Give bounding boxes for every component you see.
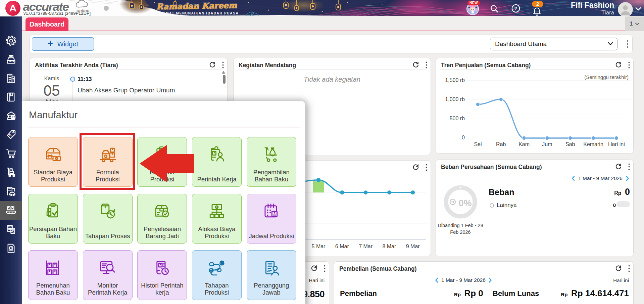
annotation-arrow [138,143,195,186]
tile-standar-biaya-produksi[interactable]: RPStandar Biaya Produksi [28,137,78,187]
banner-underline [0,16,644,16]
route-gear-icon [192,258,241,277]
svg-text:TAX: TAX [8,226,12,228]
tab-page-selector[interactable]: 1 [625,16,644,31]
toolbar-kebab-icon[interactable] [627,40,629,50]
brand-online-label: online [77,8,89,13]
monitor-magnifier-icon [83,258,132,277]
scrollbar-thumb[interactable] [223,75,226,84]
tile-persiapan-bahan-baku[interactable]: Persiapan Bahan Baku [28,194,78,244]
refresh-icon[interactable] [615,163,622,171]
sidebar-item-reports[interactable] [0,239,22,258]
accurate-logo-icon[interactable]: A [5,1,20,16]
sidebar-item-cash-bank[interactable]: Rp [0,106,22,125]
y-axis-tick: 1,000 rb [438,96,465,102]
clipboard-person-icon [192,145,241,164]
add-widget-button[interactable]: + Widget [32,37,94,51]
bell-icon[interactable] [532,7,542,16]
tile-label: Penyelesaian Barang Jadi [138,225,186,240]
sidebar-item-settings[interactable] [0,31,22,50]
currency-label: Rp [561,292,568,297]
date-range-label: 1 Mar - 9 Mar 2026 [441,277,486,283]
tile-label: Tahapan Proses [84,232,132,240]
refresh-icon[interactable] [209,61,216,69]
tile-monitor-perintah-kerja[interactable]: Monitor Perintah Kerja [83,250,133,300]
sidebar-item-fixed-assets[interactable] [0,182,22,201]
belum-lunas-value: Rp Rp 14.614.471 [561,288,629,299]
refresh-icon[interactable] [412,61,419,69]
tile-pemenuhan-bahan-baku[interactable]: Pemenuhan Bahan Baku [28,250,78,300]
search-icon[interactable] [490,4,499,15]
pembelian-value: Rp Rp 0 [454,288,483,299]
sidebar-item-sales[interactable]: Rp [0,125,22,144]
tile-label: Monitor Perintah Kerja [88,282,128,296]
tile-alokasi-biaya-produksi[interactable]: RP Alokasi Biaya Produksi [192,194,242,244]
scrollbar-up-arrow[interactable] [222,71,225,74]
panel-tren-penjualan: Tren Penjualan (Semua Cabang) (Seminggu … [436,58,634,154]
kebab-menu-icon[interactable] [324,265,326,273]
y-axis-tick: 1,500 rb [438,77,465,83]
kebab-menu-icon[interactable] [628,265,630,273]
panel-beban-perusahaan: Beban Perusahaan (Semua Cabang) 1 Mar - … [436,160,634,256]
user-company: Fifi Fashion [550,1,614,9]
tile-label: Tahapan Produksi [193,282,241,296]
sidebar-item-inventory[interactable] [0,163,22,182]
tile-histori-perintah-kerja[interactable]: Histori Perintah kerja [137,250,187,300]
svg-text:Rp: Rp [9,134,12,137]
legend-value: 0 [613,202,616,208]
hand-truck-icon [5,167,17,178]
sidebar-item-company[interactable] [0,69,22,88]
x-axis-tick: Hari ini [601,141,632,147]
dashboard-select[interactable]: Dashboard Utama [490,38,617,50]
ramadan-banner: Ramadan Kareem SELAMAT MENUNAIKAN IBADAH… [146,1,247,15]
tile-pengambilan-bahan-baku[interactable]: Pengambilan Bahan Baku [247,137,296,187]
kebab-menu-icon[interactable] [628,163,630,172]
notification-count-badge[interactable]: 2 [532,1,543,7]
svg-text:?: ? [514,6,517,11]
trolley-sack-icon [247,145,296,164]
chevron-left-icon[interactable] [572,176,575,181]
tile-tahapan-produksi[interactable]: Tahapan Produksi [192,250,242,300]
pembelian-values-row: Pembelian Rp Rp 0 Belum Lunas Rp Rp 14.6… [340,288,629,299]
value: Rp 14.614.471 [571,288,629,298]
sidebar-item-manufacture[interactable] [0,201,22,220]
date-range-nav: 1 Mar - 9 Mar 2026 [435,277,492,283]
panel-title: Kegiatan Mendatang [239,62,296,69]
user-name: Tiara [550,10,614,15]
asset-building-vehicle-icon [5,185,17,197]
refresh-icon[interactable] [311,265,317,273]
chevron-down-icon [635,23,639,26]
chevron-right-icon[interactable] [626,176,629,181]
harian-value: 9.850 [303,289,325,300]
svg-text:Rp: Rp [12,116,15,119]
kebab-menu-icon[interactable] [222,61,224,70]
sidebar-item-journal[interactable] [0,88,22,106]
user-avatar[interactable] [618,2,633,16]
activity-day: Kamis [40,76,63,82]
sidebar-item-cash-register[interactable] [0,50,22,69]
tile-label: Penanggung Jawab [248,282,295,296]
tile-tahapan-proses[interactable]: Tahapan Proses [83,194,133,244]
user-block[interactable]: Fifi Fashion Tiara [550,1,614,15]
tile-jadwal-produksi[interactable]: Jadwal Produksi [247,194,296,244]
chevron-right-icon[interactable] [489,277,492,283]
divider [489,198,630,198]
company-building-icon [5,73,17,84]
tile-perintah-kerja[interactable]: Perintah Kerja [192,137,242,187]
tile-penyelesaian-barang-jadi[interactable]: Penyelesaian Barang Jadi [137,194,187,244]
chevron-left-icon[interactable] [435,277,438,283]
currency-label: Rp [454,292,461,297]
value: Rp 0 [464,288,483,298]
box-checkcircle-icon [138,202,187,220]
refresh-icon[interactable] [615,265,622,273]
legend-item-lainnya[interactable]: Lainnya [490,202,517,209]
user-menu-chevron-icon[interactable] [635,6,641,12]
kebab-menu-icon[interactable] [426,61,427,70]
sidebar-item-purchases[interactable] [0,144,22,163]
tile-penanggung-jawab[interactable]: Penanggung Jawab [247,250,296,300]
sidebar-item-tax[interactable]: TAX [0,220,22,239]
tab-dashboard[interactable]: Dashboard [26,17,68,31]
ramadan-title: Ramadan Kareem [146,0,247,11]
tren-penjualan-chart: 0500 rb1,000 rb1,500 rbSelRabKamJumSabKe… [436,58,634,155]
help-icon[interactable]: ? [511,4,520,14]
